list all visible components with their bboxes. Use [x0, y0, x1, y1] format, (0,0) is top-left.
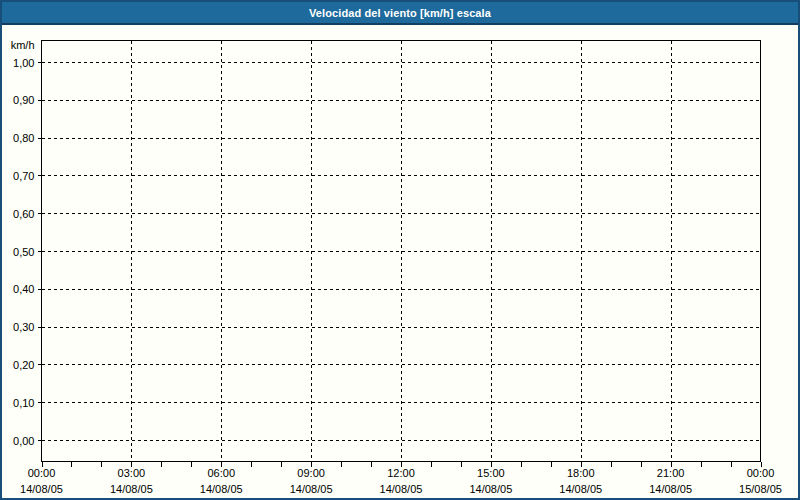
y-axis-tick-label: 0,70 — [13, 170, 34, 182]
x-axis-time-label: 12:00 — [387, 467, 415, 479]
y-axis-tick-label: 0,80 — [13, 132, 34, 144]
x-axis-time-label: 03:00 — [118, 467, 146, 479]
title-bar: Velocidad del viento [km/h] escala — [2, 2, 798, 25]
x-axis-time-label: 06:00 — [207, 467, 235, 479]
x-axis-date-label: 14/08/05 — [469, 483, 512, 495]
y-axis-tick-label: 0,10 — [13, 397, 34, 409]
x-axis-date-label: 14/08/05 — [110, 483, 153, 495]
y-axis-tick-label: 0,30 — [13, 321, 34, 333]
wind-speed-chart-canvas: 1,000,900,800,700,600,500,400,300,200,10… — [2, 25, 798, 498]
x-axis-time-label: 00:00 — [747, 467, 775, 479]
x-axis-time-label: 18:00 — [567, 467, 595, 479]
x-axis-date-label: 14/08/05 — [559, 483, 602, 495]
x-axis-date-label: 15/08/05 — [739, 483, 782, 495]
x-axis-date-label: 14/08/05 — [290, 483, 333, 495]
y-axis-unit-label: km/h — [11, 39, 35, 51]
y-axis-tick-label: 0,90 — [13, 94, 34, 106]
x-axis-date-label: 14/08/05 — [200, 483, 243, 495]
x-axis-time-label: 15:00 — [477, 467, 505, 479]
y-axis-tick-label: 0,50 — [13, 246, 34, 258]
y-axis-tick-label: 0,20 — [13, 359, 34, 371]
chart-area: 1,000,900,800,700,600,500,400,300,200,10… — [2, 25, 798, 498]
x-axis-time-label: 09:00 — [297, 467, 325, 479]
x-axis-date-label: 14/08/05 — [649, 483, 692, 495]
x-axis-date-label: 14/08/05 — [20, 483, 63, 495]
x-axis-time-label: 00:00 — [28, 467, 56, 479]
y-axis-tick-label: 0,00 — [13, 435, 34, 447]
y-axis-tick-label: 0,60 — [13, 208, 34, 220]
x-axis-time-label: 21:00 — [657, 467, 685, 479]
chart-title: Velocidad del viento [km/h] escala — [309, 7, 491, 19]
y-axis-tick-label: 0,40 — [13, 283, 34, 295]
y-axis-tick-label: 1,00 — [13, 57, 34, 69]
chart-window: Velocidad del viento [km/h] escala 1,000… — [0, 0, 800, 500]
x-axis-date-label: 14/08/05 — [380, 483, 423, 495]
